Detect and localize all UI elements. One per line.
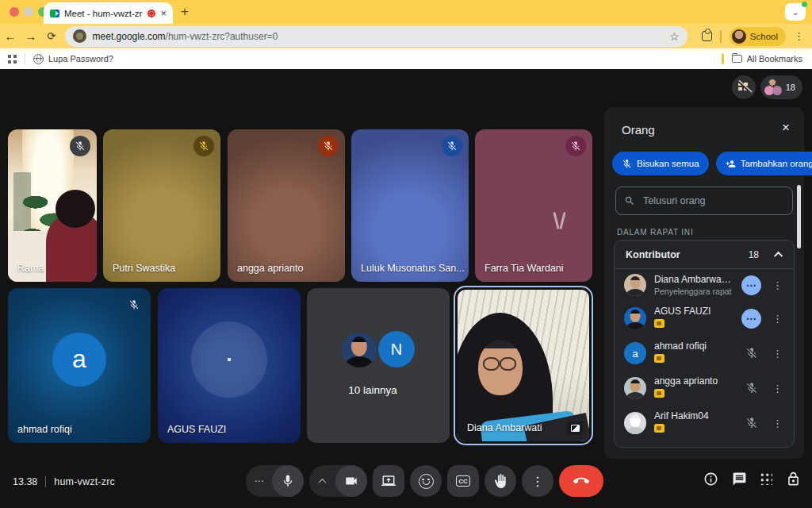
- mute-all-button[interactable]: Bisukan semua: [612, 152, 709, 175]
- url-text: meet.google.com/hum-vwzt-zrc?authuser=0: [93, 31, 664, 42]
- mic-muted-icon: [70, 136, 90, 156]
- forward-button[interactable]: →: [21, 29, 41, 43]
- camera-options-icon[interactable]: [309, 475, 335, 487]
- raise-hand-button[interactable]: [485, 465, 516, 497]
- host-controls-lock-icon[interactable]: [786, 471, 801, 487]
- clock-time: 13.38: [13, 476, 37, 487]
- video-tile-farra[interactable]: Farra Tia Wardani: [475, 129, 592, 282]
- more-options-icon[interactable]: ⋮: [769, 348, 786, 360]
- cc-icon: CC: [456, 475, 471, 487]
- add-people-button[interactable]: Tambahkan orang: [716, 152, 812, 175]
- search-input[interactable]: [643, 195, 762, 206]
- participant-count-button[interactable]: 18: [760, 75, 802, 99]
- mic-options-icon[interactable]: ⋯: [246, 475, 272, 487]
- video-tile-agus[interactable]: AGUS FAUZI: [158, 288, 301, 443]
- meet-bottom-bar: 13.38 hum-vwzt-zrc ⋯ CC ⋮: [0, 459, 812, 508]
- browser-menu-icon[interactable]: ⋮: [794, 30, 804, 42]
- video-tile-luluk[interactable]: Luluk Musonatus San...: [351, 129, 469, 282]
- site-info-icon[interactable]: [73, 29, 86, 43]
- person-add-icon: [726, 159, 736, 169]
- camera-button[interactable]: [335, 465, 367, 497]
- search-people-box[interactable]: [615, 187, 793, 215]
- leave-call-button[interactable]: [559, 465, 603, 497]
- participant-row[interactable]: angga aprianto ⋮: [615, 371, 794, 406]
- panel-scrollbar[interactable]: [797, 185, 801, 248]
- tile-name: Farra Tia Wardani: [485, 263, 564, 274]
- people-panel: Orang × Bisukan semua Tambahkan orang DA…: [604, 107, 804, 459]
- present-screen-button[interactable]: [373, 465, 404, 497]
- mic-button[interactable]: [272, 465, 304, 497]
- mic-muted-icon: [745, 347, 758, 360]
- captions-button[interactable]: CC: [447, 465, 479, 497]
- quick-actions-button[interactable]: ⋯: [741, 275, 761, 295]
- video-tile-rama[interactable]: Rama: [8, 129, 97, 282]
- folder-icon: [732, 55, 742, 63]
- self-video: Diana Ambarwati: [458, 290, 589, 441]
- new-tab-button[interactable]: +: [181, 4, 189, 20]
- tile-name: Luluk Musonatus San...: [361, 263, 465, 274]
- browser-toolbar: ← → ⟳ meet.google.com/hum-vwzt-zrc?authu…: [0, 24, 812, 48]
- window-minimize-button[interactable]: [24, 7, 33, 17]
- address-bar[interactable]: meet.google.com/hum-vwzt-zrc?authuser=0 …: [65, 26, 688, 47]
- more-options-icon[interactable]: ⋮: [769, 279, 786, 291]
- window-close-button[interactable]: [10, 7, 19, 17]
- bottom-divider: [45, 476, 46, 487]
- participant-count: 18: [786, 83, 795, 92]
- change-layout-disabled-icon[interactable]: [732, 75, 756, 99]
- bookmarks-divider: [25, 53, 25, 64]
- participant-row[interactable]: a ahmad rofiqi ⋮: [615, 336, 794, 371]
- video-tile-angga[interactable]: angga aprianto: [228, 129, 345, 282]
- more-options-icon[interactable]: ⋮: [769, 418, 786, 429]
- participant-name: AGUS FAUZI: [654, 306, 733, 317]
- mic-muted-icon: [193, 136, 214, 156]
- toolbar-collapse-button[interactable]: ⌄: [785, 3, 806, 21]
- more-options-icon[interactable]: ⋮: [769, 383, 786, 394]
- bookmark-item[interactable]: Lupa Password?: [48, 54, 113, 64]
- bookmarks-right-divider: [722, 53, 724, 64]
- avatar-initial: a: [624, 342, 646, 364]
- video-tile-others[interactable]: N 10 lainnya: [307, 288, 450, 443]
- globe-icon: [33, 54, 44, 64]
- participant-name: ahmad rofiqi: [654, 341, 734, 352]
- browser-tab[interactable]: Meet - hum-vwzt-zrc ×: [44, 2, 173, 24]
- back-button[interactable]: ←: [0, 29, 21, 43]
- apps-grid-icon[interactable]: [8, 55, 17, 64]
- mic-muted-icon: [442, 136, 462, 156]
- bookmark-star-icon[interactable]: ☆: [669, 30, 680, 43]
- avatar: [342, 333, 377, 368]
- video-tile-ahmad[interactable]: a ahmad rofiqi: [8, 288, 151, 443]
- mic-muted-icon: [565, 136, 586, 156]
- all-bookmarks-button[interactable]: All Bookmarks: [747, 54, 802, 64]
- participant-name: Arif Hakim04: [654, 410, 734, 421]
- video-tile-putri[interactable]: Putri Swastika: [103, 129, 220, 282]
- picture-in-picture-icon[interactable]: [567, 421, 583, 435]
- profile-button[interactable]: School: [730, 27, 786, 46]
- tile-name: ahmad rofiqi: [17, 424, 72, 435]
- chat-icon[interactable]: [732, 471, 747, 487]
- contributors-header[interactable]: Kontributor 18: [615, 241, 794, 269]
- reactions-button[interactable]: [410, 465, 442, 497]
- panel-close-icon[interactable]: ×: [782, 120, 790, 136]
- contributors-count: 18: [749, 249, 759, 260]
- collapse-chevron-icon[interactable]: [774, 251, 783, 260]
- meeting-details-icon[interactable]: [703, 471, 718, 487]
- reload-button[interactable]: ⟳: [41, 30, 62, 42]
- more-options-button[interactable]: ⋮: [522, 465, 553, 497]
- participant-row[interactable]: Astri Yusniarti ⋮: [615, 441, 794, 448]
- quick-actions-button[interactable]: ⋯: [741, 309, 761, 329]
- more-options-icon[interactable]: ⋮: [769, 313, 786, 325]
- profile-avatar: [732, 29, 746, 44]
- activities-icon[interactable]: [760, 473, 772, 485]
- video-tile-diana-self[interactable]: Diana Ambarwati: [454, 286, 593, 445]
- participant-row[interactable]: Diana Ambarwati (Anda) Penyelenggara rap…: [615, 269, 794, 301]
- extensions-icon[interactable]: [702, 31, 712, 41]
- tab-close-icon[interactable]: ×: [160, 8, 167, 18]
- participant-row[interactable]: AGUS FAUZI ⋯ ⋮: [615, 301, 794, 336]
- smiley-icon: [419, 474, 434, 489]
- tile-name: Diana Ambarwati: [467, 422, 542, 433]
- participant-row[interactable]: Arif Hakim04 ⋮: [615, 406, 794, 441]
- bookmarks-bar: Lupa Password? All Bookmarks: [0, 48, 812, 69]
- browser-tab-strip: Meet - hum-vwzt-zrc × + ⌄: [0, 0, 812, 24]
- tile-name: angga aprianto: [237, 263, 303, 274]
- mute-all-label: Bisukan semua: [637, 159, 699, 168]
